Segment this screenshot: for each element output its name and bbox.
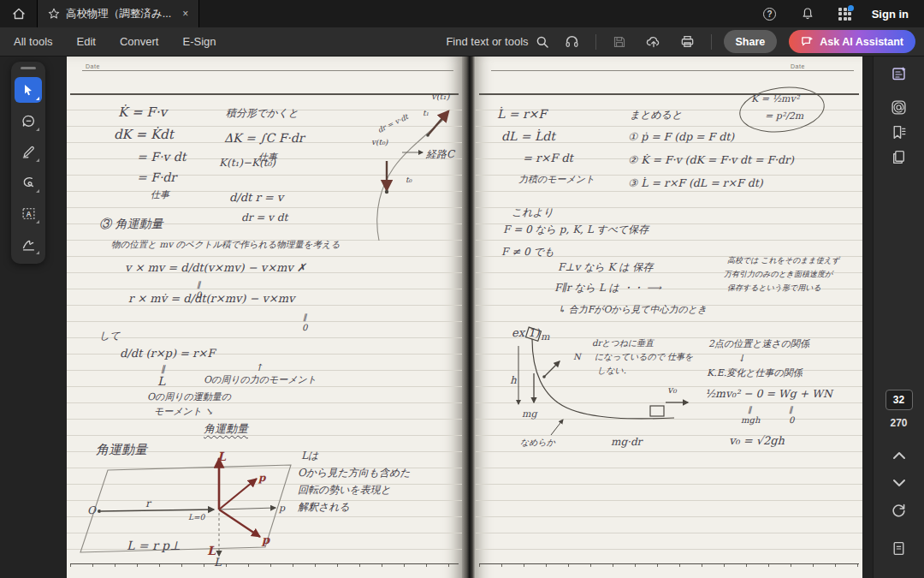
ai-assistant-doc-icon bbox=[891, 65, 908, 82]
text-select-icon: A bbox=[21, 206, 36, 221]
chevron-down-icon[interactable] bbox=[892, 479, 906, 487]
share-label: Share bbox=[736, 36, 766, 48]
handwritten-note: = r×F dt bbox=[523, 152, 573, 164]
handwritten-note: モーメント ↘ bbox=[154, 407, 213, 416]
binding-gutter bbox=[462, 57, 476, 578]
handwritten-note: しない. bbox=[597, 366, 626, 375]
tab-close-icon[interactable]: × bbox=[182, 8, 188, 20]
find-text-button[interactable]: Find text or tools bbox=[446, 35, 548, 49]
menu-all-tools[interactable]: All tools bbox=[0, 27, 65, 57]
handwritten-note: ‖ bbox=[748, 406, 752, 414]
handwritten-note: L = r p⊥ bbox=[127, 539, 181, 551]
thumbnails-panel-button[interactable] bbox=[885, 149, 914, 165]
rotate-page-button[interactable] bbox=[885, 496, 914, 525]
handwritten-note: 0 bbox=[789, 416, 794, 425]
help-button[interactable]: ? bbox=[759, 3, 781, 25]
handwritten-note: F⊥v なら K は 保存 bbox=[558, 262, 653, 272]
document-viewport[interactable]: Date bbox=[0, 57, 873, 578]
document-tab[interactable]: 高校物理（調整済み... × bbox=[38, 0, 199, 27]
notifications-button[interactable] bbox=[797, 3, 819, 25]
handwritten-note: K = ½mv² bbox=[751, 94, 799, 104]
handwritten-note: ‖ bbox=[303, 313, 307, 321]
handwritten-note: ③ 角運動量 bbox=[99, 217, 163, 229]
ai-chat-icon bbox=[801, 35, 814, 48]
handwritten-note: ↓ bbox=[737, 354, 745, 363]
headphones-icon bbox=[565, 34, 579, 49]
handwritten-note: v(t₀) bbox=[371, 139, 388, 146]
handwritten-note: N bbox=[573, 353, 581, 361]
chevron-up-icon[interactable] bbox=[892, 451, 906, 460]
handwritten-note: d∕dt r = v bbox=[229, 192, 283, 203]
handwritten-note: Oの周りの力のモーメント bbox=[204, 375, 317, 384]
handwritten-note: 高校では これをそのまま使えず bbox=[727, 257, 839, 265]
tool-select-cursor[interactable] bbox=[15, 77, 42, 103]
handwritten-note: L bbox=[157, 375, 165, 387]
sign-in-button[interactable]: Sign in bbox=[872, 8, 909, 21]
comments-panel-button[interactable] bbox=[885, 99, 914, 116]
handwritten-note: p bbox=[279, 504, 285, 513]
handwritten-note: まとめると bbox=[630, 110, 682, 120]
upload-cloud-button[interactable] bbox=[643, 31, 665, 53]
handwritten-note: t₀ bbox=[406, 176, 412, 184]
share-button[interactable]: Share bbox=[724, 30, 778, 53]
handwritten-note: 経路C bbox=[426, 149, 454, 159]
print-button[interactable] bbox=[677, 31, 699, 53]
signature-pen-icon bbox=[21, 237, 36, 252]
menu-esign[interactable]: E-Sign bbox=[170, 27, 228, 57]
handwritten-note: m bbox=[541, 332, 549, 342]
handwritten-note: これより bbox=[512, 207, 554, 217]
handwritten-note: 角運動量 bbox=[204, 423, 248, 434]
handwritten-note: F = 0 なら p, K, L すべて保存 bbox=[503, 224, 649, 235]
save-button[interactable] bbox=[608, 31, 631, 53]
handwritten-note: ↑ bbox=[255, 363, 263, 372]
handwritten-note: mgh bbox=[741, 416, 760, 425]
ask-ai-label: Ask AI Assistant bbox=[820, 36, 903, 48]
date-label: Date bbox=[791, 63, 805, 69]
menu-edit[interactable]: Edit bbox=[65, 27, 108, 57]
notebook-page-right: Date L̇ = r×FdL = L̇dt= r×F dt力積のモーメントまと… bbox=[476, 57, 862, 578]
toolbar-divider2 bbox=[711, 34, 712, 50]
handwritten-note: 解釈される bbox=[298, 502, 350, 512]
pages-copy-icon bbox=[891, 149, 907, 165]
home-button[interactable] bbox=[0, 0, 38, 27]
handwritten-note: 保存するという形で用いる bbox=[727, 284, 821, 292]
handwritten-note: ① ṗ = F (dp = F dt) bbox=[628, 132, 734, 143]
bookmarks-panel-button[interactable] bbox=[885, 124, 914, 140]
read-aloud-button[interactable] bbox=[561, 31, 583, 53]
handwritten-note: になっているので 仕事を bbox=[595, 353, 693, 361]
angular-momentum-diagram bbox=[67, 446, 306, 575]
ask-ai-assistant-button[interactable]: Ask AI Assistant bbox=[789, 30, 915, 53]
tool-lasso[interactable] bbox=[15, 170, 42, 195]
tool-comment[interactable] bbox=[15, 108, 42, 134]
bookmark-icon bbox=[891, 124, 907, 140]
handwritten-note: dK = K̇dt bbox=[114, 128, 174, 141]
bell-icon bbox=[801, 7, 814, 21]
handwritten-note: 万有引力のみのとき面積速度が bbox=[724, 271, 832, 278]
find-text-label: Find text or tools bbox=[446, 35, 528, 48]
notebook-page-left: Date bbox=[67, 57, 462, 578]
comment-bubble-icon bbox=[21, 114, 36, 128]
handwritten-note: = F·dr bbox=[137, 171, 176, 183]
tool-select-text[interactable]: A bbox=[15, 200, 42, 226]
palette-drag-handle[interactable] bbox=[21, 67, 36, 69]
rotate-icon bbox=[891, 503, 907, 519]
page-number-input[interactable]: 32 bbox=[886, 390, 913, 410]
ai-assistant-panel-button[interactable] bbox=[885, 65, 914, 82]
handwritten-note: p bbox=[258, 473, 265, 483]
handwritten-note: v × mv = d∕dt(v×mv) − v×mv ✗ bbox=[125, 262, 306, 273]
handwritten-note: ③ L̇ = r×F (dL = r×F dt) bbox=[628, 178, 763, 189]
handwritten-note: して bbox=[99, 331, 121, 341]
tool-fill-sign[interactable] bbox=[15, 231, 42, 257]
handwritten-note: F∥r なら L は ・・ ⟶ bbox=[554, 283, 661, 293]
fit-page-button[interactable] bbox=[885, 533, 914, 563]
handwritten-note: v(t₁) bbox=[431, 92, 449, 101]
tool-draw-pencil[interactable] bbox=[15, 139, 42, 164]
help-icon: ? bbox=[763, 8, 776, 21]
date-rule bbox=[82, 70, 453, 71]
page-total-label: 270 bbox=[890, 417, 907, 429]
zoom-in-button[interactable] bbox=[885, 571, 914, 578]
menu-convert[interactable]: Convert bbox=[108, 27, 171, 57]
printer-icon bbox=[680, 34, 695, 49]
apps-grid-icon bbox=[838, 8, 851, 21]
app-launcher-button[interactable] bbox=[834, 3, 856, 25]
